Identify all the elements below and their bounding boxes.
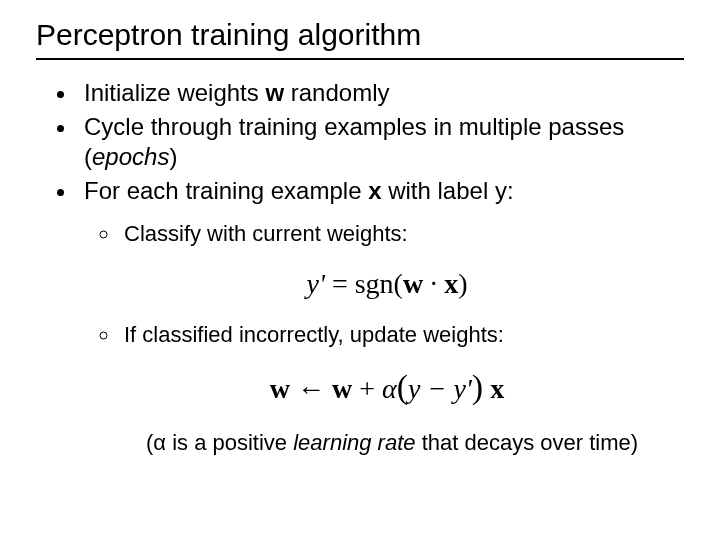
sub-list-2: If classified incorrectly, update weight… — [84, 321, 690, 349]
italic-epochs: epochs — [92, 143, 169, 170]
f2-w1: w — [270, 373, 290, 404]
sub-bullet-1: Classify with current weights: — [120, 220, 690, 248]
sub-list: Classify with current weights: — [84, 220, 690, 248]
bullet-1: Initialize weights w randomly — [78, 78, 690, 108]
slide: Perceptron training algorithm Initialize… — [0, 0, 720, 540]
formula-update: w ← w + α(y − y') x — [84, 366, 690, 409]
text: For each training example — [84, 177, 368, 204]
text: randomly — [284, 79, 389, 106]
f2-lp: ( — [397, 368, 408, 405]
bold-w: w — [265, 79, 284, 106]
f2-x: x — [490, 373, 504, 404]
bullet-2: Cycle through training examples in multi… — [78, 112, 690, 172]
note: (α is a positive learning rate that deca… — [146, 429, 690, 457]
f2-rp: ) — [472, 368, 483, 405]
f2-arrow: ← — [290, 373, 332, 404]
sub-bullet-2: If classified incorrectly, update weight… — [120, 321, 690, 349]
f1-w: w — [403, 268, 423, 299]
bullet-3: For each training example x with label y… — [78, 176, 690, 456]
f1-sgn: sgn( — [348, 268, 403, 299]
f2-alpha: α — [382, 373, 397, 404]
slide-title: Perceptron training algorithm — [36, 18, 684, 60]
bold-x: x — [368, 177, 381, 204]
formula-classify: y' = sgn(w · x) — [84, 266, 690, 301]
f2-w2: w — [332, 373, 352, 404]
f1-eq: = — [332, 268, 348, 299]
note-c: that decays over time) — [416, 430, 639, 455]
f1-lhs: y' — [306, 268, 331, 299]
f1-close: ) — [458, 268, 467, 299]
bullet-list: Initialize weights w randomly Cycle thro… — [30, 78, 690, 456]
text: Initialize weights — [84, 79, 265, 106]
text: ) — [169, 143, 177, 170]
f2-plus: + — [352, 373, 382, 404]
f1-x: x — [444, 268, 458, 299]
note-a: (α is a positive — [146, 430, 293, 455]
f1-dot: · — [423, 268, 444, 299]
note-b: learning rate — [293, 430, 415, 455]
f2-diff: y − y' — [408, 373, 472, 404]
text: with label y: — [382, 177, 514, 204]
